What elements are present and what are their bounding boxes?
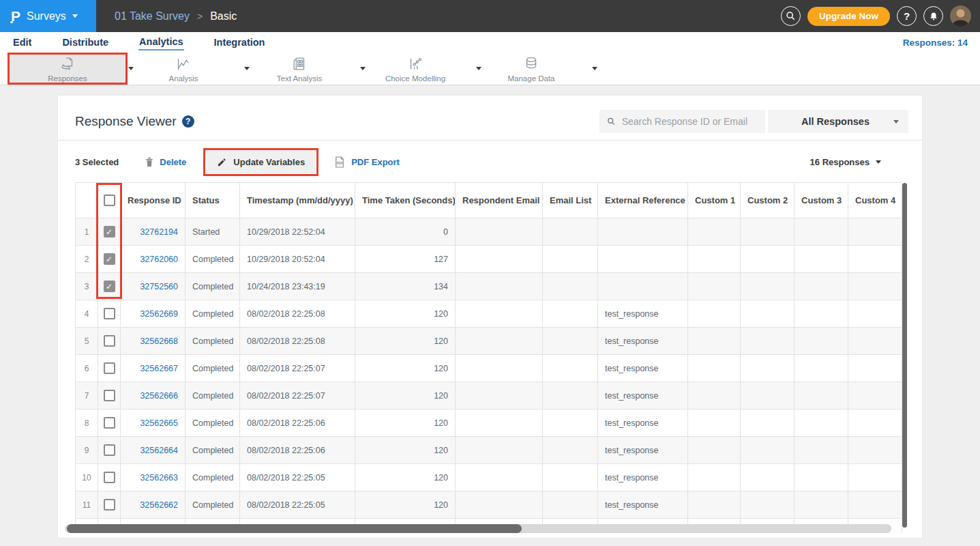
cell-external_reference: test_response: [598, 464, 688, 491]
cell-status: Completed: [185, 464, 240, 491]
tab-analytics[interactable]: Analytics: [138, 35, 183, 51]
cell-custom_3: [795, 246, 848, 273]
cell-custom_2: [741, 246, 795, 273]
table-row: 832562665Completed08/02/2018 22:25:06120…: [76, 410, 902, 437]
search-button[interactable]: [781, 6, 801, 26]
analysis-toolbar-item[interactable]: Analysis: [125, 53, 241, 85]
cell-respondent_email: [456, 410, 543, 437]
cell-response_id[interactable]: 32562664: [121, 437, 185, 464]
row-checkbox[interactable]: ✓: [104, 226, 115, 238]
row-checkbox[interactable]: [104, 308, 115, 319]
cell-custom_1: [688, 246, 741, 273]
chevron-down-icon[interactable]: [592, 67, 597, 70]
cell-status: Completed: [185, 300, 240, 328]
breadcrumb-survey-link[interactable]: 01 Take Survey: [115, 10, 190, 23]
row-checkbox[interactable]: [104, 444, 115, 456]
cell-time_taken: 120: [355, 464, 456, 491]
text-analysis-toolbar-item[interactable]: Text Analysis: [241, 53, 357, 85]
vertical-scrollbar[interactable]: [902, 183, 907, 528]
cell-time_taken: 120: [355, 410, 456, 437]
search-input[interactable]: [622, 116, 758, 127]
cell-response_id[interactable]: 32562666: [121, 382, 185, 410]
column-header-response_id[interactable]: Response ID: [121, 183, 185, 218]
cell-custom_4: [848, 300, 902, 328]
row-select-cell: [98, 382, 121, 410]
row-checkbox[interactable]: [104, 362, 115, 374]
column-header-time_taken[interactable]: Time Taken (Seconds): [355, 183, 456, 218]
pdf-export-button[interactable]: PDF PDF Export: [333, 156, 400, 169]
delete-button[interactable]: Delete: [145, 156, 186, 167]
trash-icon: [145, 156, 154, 167]
cell-response_id[interactable]: 32562668: [121, 328, 185, 355]
cell-custom_1: [688, 218, 741, 246]
cell-external_reference: [598, 246, 688, 273]
cell-status: Completed: [185, 273, 240, 300]
cell-timestamp: 08/02/2018 22:25:07: [240, 382, 355, 410]
cell-response_id[interactable]: 32762194: [121, 218, 185, 246]
row-checkbox[interactable]: [104, 335, 115, 347]
tab-integration[interactable]: Integration: [213, 35, 266, 50]
cell-external_reference: test_response: [598, 410, 688, 437]
row-number-cell: 3: [76, 273, 98, 300]
pencil-icon: [217, 157, 227, 167]
select-all-checkbox[interactable]: [104, 195, 115, 206]
title-row: Response Viewer ? All Responses: [58, 96, 922, 134]
cell-time_taken: 0: [355, 218, 456, 246]
row-checkbox[interactable]: [104, 417, 115, 429]
notifications-button[interactable]: [923, 6, 943, 26]
horizontal-scrollbar-thumb[interactable]: [67, 524, 522, 533]
table-row: 1✓32762194Started10/29/2018 22:52:040: [76, 218, 902, 246]
cell-timestamp: 10/24/2018 23:43:19: [240, 273, 355, 300]
column-header-timestamp[interactable]: Timestamp (mm/dd/yyyy): [240, 183, 355, 218]
help-button[interactable]: ?: [897, 6, 917, 26]
cell-response_id[interactable]: 32562665: [121, 410, 185, 437]
title-help-icon[interactable]: ?: [182, 115, 194, 128]
horizontal-scrollbar-track[interactable]: [65, 524, 891, 533]
cell-response_id[interactable]: 32562663: [121, 464, 185, 491]
cell-response_id[interactable]: 32562667: [121, 355, 185, 382]
product-switcher[interactable]: P Surveys: [0, 0, 96, 32]
cell-custom_3: [795, 382, 848, 410]
cell-response_id[interactable]: 32762060: [121, 246, 185, 273]
cell-custom_1: [688, 355, 741, 382]
column-label: Custom 3: [801, 195, 842, 205]
row-select-cell: [98, 464, 121, 491]
cell-timestamp: 08/02/2018 22:25:08: [240, 300, 355, 328]
row-checkbox[interactable]: [104, 472, 115, 483]
responses-toolbar-item[interactable]: Responses: [10, 53, 125, 85]
cell-custom_1: [688, 273, 741, 300]
cell-custom_3: [795, 273, 848, 300]
cell-status: Completed: [185, 410, 240, 437]
user-avatar[interactable]: [950, 5, 971, 27]
cell-timestamp: 10/29/2018 22:52:04: [240, 218, 355, 246]
row-checkbox[interactable]: ✓: [104, 253, 115, 265]
tab-distribute[interactable]: Distribute: [61, 35, 109, 50]
column-header-respondent_email: Respondent Email: [456, 183, 543, 218]
cell-time_taken: 120: [355, 382, 456, 410]
cell-custom_4: [848, 273, 902, 300]
cell-response_id[interactable]: 32752560: [121, 273, 185, 300]
response-filter-dropdown[interactable]: All Responses: [768, 110, 908, 133]
row-number-cell: 8: [76, 410, 98, 437]
row-checkbox[interactable]: [104, 499, 115, 511]
update-variables-button[interactable]: Update Variables: [207, 151, 315, 173]
tab-edit[interactable]: Edit: [12, 35, 32, 50]
row-number-cell: 9: [76, 437, 98, 464]
choice-modelling-toolbar-item[interactable]: Choice Modelling: [357, 53, 473, 85]
cell-respondent_email: [456, 300, 543, 328]
cell-status: Completed: [185, 382, 240, 410]
column-label: Custom 1: [695, 195, 735, 205]
upgrade-now-button[interactable]: Upgrade Now: [807, 7, 890, 26]
page-size-dropdown[interactable]: 16 Responses: [810, 157, 881, 167]
cell-timestamp: 08/02/2018 22:25:06: [240, 410, 355, 437]
cell-custom_4: [848, 355, 902, 382]
row-checkbox[interactable]: ✓: [104, 281, 115, 292]
cell-response_id[interactable]: 32562669: [121, 300, 185, 328]
page-size-value: 16 Responses: [810, 157, 870, 167]
cell-respondent_email: [456, 491, 543, 519]
row-select-cell: [98, 328, 121, 355]
row-checkbox[interactable]: [104, 390, 115, 401]
cell-custom_4: [848, 246, 902, 273]
manage-data-toolbar-item[interactable]: Manage Data: [473, 53, 589, 85]
cell-response_id[interactable]: 32562662: [121, 491, 185, 519]
